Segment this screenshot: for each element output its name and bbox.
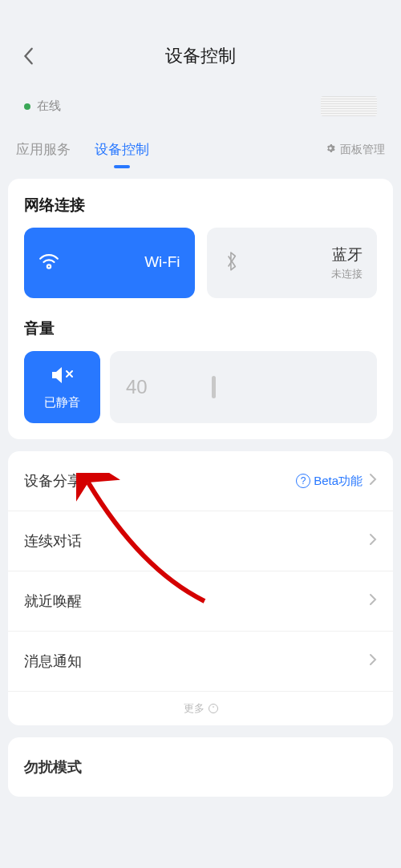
online-label: 在线 (37, 99, 61, 114)
dnd-title: 勿扰模式 (24, 757, 377, 777)
back-button[interactable] (16, 44, 40, 68)
beta-badge: ? Beta功能 (296, 474, 363, 489)
device-share-label: 设备分享 (24, 471, 296, 491)
expand-down-icon: ˅ (209, 704, 218, 713)
bluetooth-icon (221, 251, 242, 275)
tab-device-control[interactable]: 设备控制 (95, 132, 149, 167)
list-item-device-share[interactable]: 设备分享 ? Beta功能 (8, 451, 393, 511)
speaker-mute-icon (51, 365, 75, 389)
wifi-tile[interactable]: Wi-Fi (24, 228, 195, 298)
message-notify-label: 消息通知 (24, 652, 369, 671)
question-circle-icon: ? (296, 474, 310, 488)
gear-icon (325, 143, 336, 156)
more-button[interactable]: 更多 ˅ (8, 692, 393, 725)
nearby-wake-label: 就近唤醒 (24, 591, 369, 611)
panel-management-button[interactable]: 面板管理 (325, 143, 385, 157)
list-item-message-notify[interactable]: 消息通知 (8, 632, 393, 692)
bluetooth-name: 蓝牙 (252, 244, 363, 265)
chevron-right-icon (369, 593, 377, 609)
volume-section-title: 音量 (24, 318, 377, 339)
wifi-icon (38, 251, 59, 275)
chevron-right-icon (369, 533, 377, 549)
continuous-dialog-label: 连续对话 (24, 531, 369, 551)
chevron-left-icon (22, 46, 34, 66)
panel-management-label: 面板管理 (340, 143, 385, 157)
bluetooth-tile[interactable]: 蓝牙 未连接 (207, 228, 378, 298)
beta-label: Beta功能 (314, 474, 363, 489)
more-label: 更多 (184, 701, 205, 716)
wifi-name: Wi-Fi (69, 253, 180, 271)
list-item-continuous-dialog[interactable]: 连续对话 (8, 511, 393, 571)
tab-app-services[interactable]: 应用服务 (16, 132, 71, 167)
mute-label: 已静音 (44, 395, 80, 410)
chevron-right-icon (369, 473, 377, 489)
device-image (321, 96, 377, 116)
list-item-dnd[interactable]: 勿扰模式 (8, 737, 393, 797)
volume-thumb (212, 376, 216, 398)
bluetooth-sub: 未连接 (252, 267, 363, 281)
chevron-right-icon (369, 653, 377, 669)
volume-slider[interactable]: 40 (110, 351, 377, 423)
network-section-title: 网络连接 (24, 195, 377, 216)
list-item-nearby-wake[interactable]: 就近唤醒 (8, 571, 393, 632)
online-status: 在线 (24, 99, 61, 114)
volume-value: 40 (126, 376, 148, 398)
page-title: 设备控制 (40, 44, 361, 68)
mute-button[interactable]: 已静音 (24, 351, 100, 423)
online-dot-icon (24, 103, 30, 110)
